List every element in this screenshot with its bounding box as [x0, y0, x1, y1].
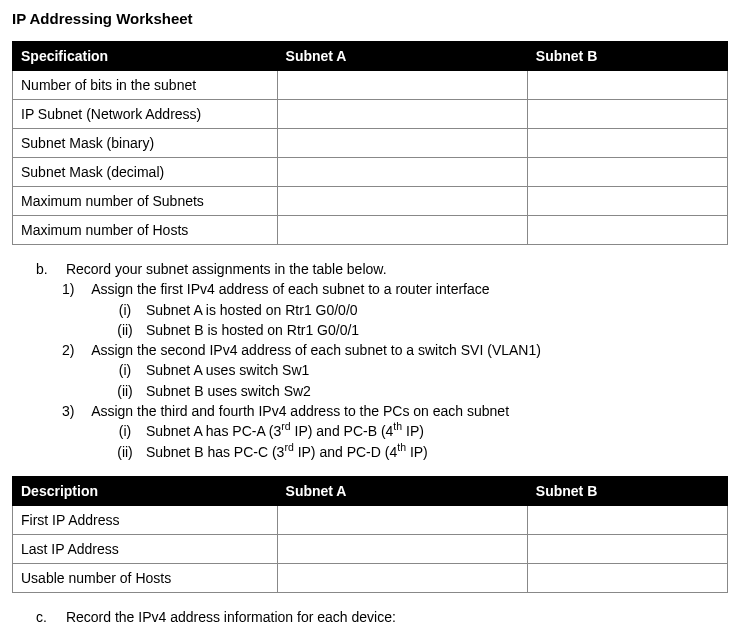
instructions-block: b. Record your subnet assignments in the…: [12, 259, 728, 462]
label-2-ii: (ii): [108, 381, 142, 401]
spec-label: Subnet Mask (decimal): [13, 158, 278, 187]
spec-b-cell: [527, 158, 727, 187]
label-1-ii: (ii): [108, 320, 142, 340]
text-2-ii: Subnet B uses switch Sw2: [146, 383, 311, 399]
spec-label: Number of bits in the subnet: [13, 71, 278, 100]
text-2: Assign the second IPv4 address of each s…: [91, 342, 541, 358]
desc-a-cell: [277, 534, 527, 563]
spec-label: Maximum number of Hosts: [13, 216, 278, 245]
table-row: Subnet Mask (binary): [13, 129, 728, 158]
text-3-ii: Subnet B has PC-C (3rd IP) and PC-D (4th…: [146, 444, 428, 460]
spec-label: Maximum number of Subnets: [13, 187, 278, 216]
text-1: Assign the first IPv4 address of each su…: [91, 281, 489, 297]
specification-table: Specification Subnet A Subnet B Number o…: [12, 41, 728, 245]
table-row: Maximum number of Subnets: [13, 187, 728, 216]
table-row: Subnet Mask (decimal): [13, 158, 728, 187]
desc-b-cell: [527, 505, 727, 534]
page-title: IP Addressing Worksheet: [12, 10, 728, 27]
desc-header-description: Description: [13, 476, 278, 505]
table-row: Usable number of Hosts: [13, 563, 728, 592]
description-table: Description Subnet A Subnet B First IP A…: [12, 476, 728, 593]
desc-header-subnet-b: Subnet B: [527, 476, 727, 505]
desc-b-cell: [527, 534, 727, 563]
table-row: Last IP Address: [13, 534, 728, 563]
spec-a-cell: [277, 129, 527, 158]
text-b: Record your subnet assignments in the ta…: [66, 261, 387, 277]
text-2-i: Subnet A uses switch Sw1: [146, 362, 309, 378]
spec-b-cell: [527, 216, 727, 245]
spec-header-subnet-b: Subnet B: [527, 42, 727, 71]
spec-a-cell: [277, 71, 527, 100]
spec-a-cell: [277, 100, 527, 129]
spec-b-cell: [527, 129, 727, 158]
text-3-i: Subnet A has PC-A (3rd IP) and PC-B (4th…: [146, 423, 424, 439]
spec-b-cell: [527, 187, 727, 216]
spec-b-cell: [527, 100, 727, 129]
label-3: 3): [62, 401, 88, 421]
spec-a-cell: [277, 216, 527, 245]
table-row: IP Subnet (Network Address): [13, 100, 728, 129]
desc-label: Last IP Address: [13, 534, 278, 563]
desc-a-cell: [277, 563, 527, 592]
label-c: c.: [36, 607, 62, 622]
label-1-i: (i): [108, 300, 142, 320]
spec-label: IP Subnet (Network Address): [13, 100, 278, 129]
spec-header-specification: Specification: [13, 42, 278, 71]
text-3: Assign the third and fourth IPv4 address…: [91, 403, 509, 419]
table-row: Maximum number of Hosts: [13, 216, 728, 245]
desc-header-subnet-a: Subnet A: [277, 476, 527, 505]
label-3-i: (i): [108, 421, 142, 441]
text-1-i: Subnet A is hosted on Rtr1 G0/0/0: [146, 302, 358, 318]
spec-header-subnet-a: Subnet A: [277, 42, 527, 71]
text-c: Record the IPv4 address information for …: [66, 609, 396, 622]
desc-b-cell: [527, 563, 727, 592]
spec-a-cell: [277, 187, 527, 216]
spec-label: Subnet Mask (binary): [13, 129, 278, 158]
desc-a-cell: [277, 505, 527, 534]
desc-label: Usable number of Hosts: [13, 563, 278, 592]
label-2-i: (i): [108, 360, 142, 380]
label-2: 2): [62, 340, 88, 360]
label-3-ii: (ii): [108, 442, 142, 462]
table-row: Number of bits in the subnet: [13, 71, 728, 100]
table-row: First IP Address: [13, 505, 728, 534]
spec-a-cell: [277, 158, 527, 187]
spec-b-cell: [527, 71, 727, 100]
instruction-c: c. Record the IPv4 address information f…: [12, 607, 728, 622]
desc-label: First IP Address: [13, 505, 278, 534]
label-b: b.: [36, 259, 62, 279]
label-1: 1): [62, 279, 88, 299]
text-1-ii: Subnet B is hosted on Rtr1 G0/0/1: [146, 322, 359, 338]
